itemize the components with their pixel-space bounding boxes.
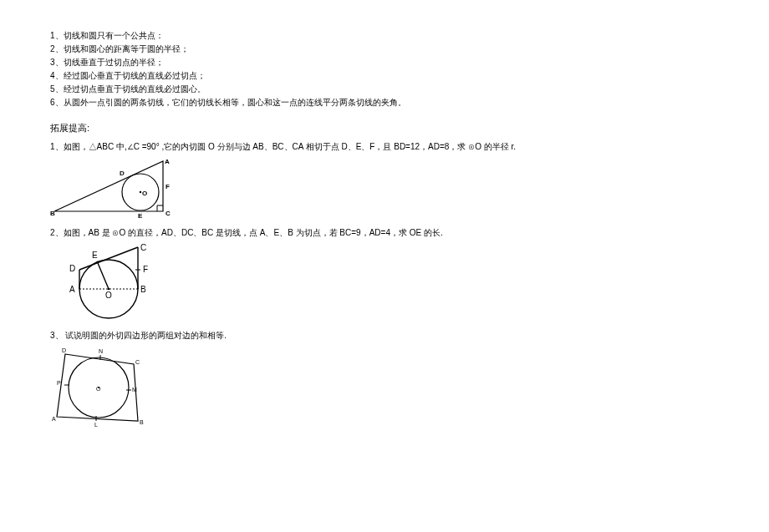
problem-2: 2、如图，AB 是 ⊙O 的直径，AD、DC、BC 是切线，点 A、E、B 为切…: [50, 226, 769, 322]
label-O: O: [105, 291, 112, 300]
label-A: A: [165, 158, 170, 165]
problem-3: 3、 试说明圆的外切四边形的两组对边的和相等. D C B A N M L P …: [50, 329, 769, 429]
label-E: E: [92, 251, 98, 260]
property-item: 6、从圆外一点引圆的两条切线，它们的切线长相等，圆心和这一点的连线平分两条切线的…: [50, 96, 769, 109]
property-item: 2、切线和圆心的距离等于圆的半径；: [50, 43, 769, 56]
property-item: 4、经过圆心垂直于切线的直线必过切点；: [50, 69, 769, 83]
property-item: 1、切线和圆只有一个公共点：: [50, 29, 769, 43]
svg-marker-0: [54, 161, 163, 211]
problem-2-figure: A B C D E F O: [50, 243, 769, 322]
svg-point-2: [140, 190, 141, 192]
label-B: B: [140, 419, 144, 425]
label-C: C: [140, 243, 146, 252]
problem-3-text: 3、 试说明圆的外切四边形的两组对边的和相等.: [50, 329, 769, 342]
property-item: 3、切线垂直于过切点的半径；: [50, 56, 769, 69]
problem-1-text: 1、如图，△ABC 中,∠C =90° ,它的内切圆 O 分别与边 AB、BC、…: [50, 140, 769, 154]
label-O: O: [142, 190, 147, 197]
label-L: L: [94, 422, 98, 428]
label-C: C: [166, 210, 171, 217]
label-D: D: [69, 264, 75, 273]
svg-point-10: [108, 287, 110, 290]
property-item: 5、经过切点垂直于切线的直线必过圆心。: [50, 83, 769, 96]
label-D: D: [120, 170, 125, 177]
problem-3-figure: D C B A N M L P O: [50, 346, 769, 429]
svg-line-7: [79, 247, 138, 270]
label-F: F: [143, 265, 148, 274]
label-A: A: [52, 416, 56, 422]
label-P: P: [57, 380, 61, 386]
problem-1: 1、如图，△ABC 中,∠C =90° ,它的内切圆 O 分别与边 AB、BC、…: [50, 140, 769, 220]
label-N: N: [99, 348, 103, 354]
label-D: D: [62, 347, 66, 353]
label-C: C: [135, 359, 140, 365]
tangent-properties-list: 1、切线和圆只有一个公共点： 2、切线和圆心的距离等于圆的半径； 3、切线垂直于…: [50, 29, 769, 109]
label-F: F: [166, 183, 170, 190]
label-E: E: [138, 212, 143, 220]
label-B: B: [140, 285, 146, 294]
problem-2-text: 2、如图，AB 是 ⊙O 的直径，AD、DC、BC 是切线，点 A、E、B 为切…: [50, 226, 769, 240]
label-A: A: [69, 285, 75, 294]
label-O: O: [96, 386, 101, 392]
label-M: M: [132, 387, 137, 393]
svg-line-8: [98, 263, 109, 289]
section-title: 拓展提高:: [50, 121, 769, 136]
problem-1-figure: A B C D E F O: [50, 157, 769, 220]
label-B: B: [50, 210, 55, 217]
